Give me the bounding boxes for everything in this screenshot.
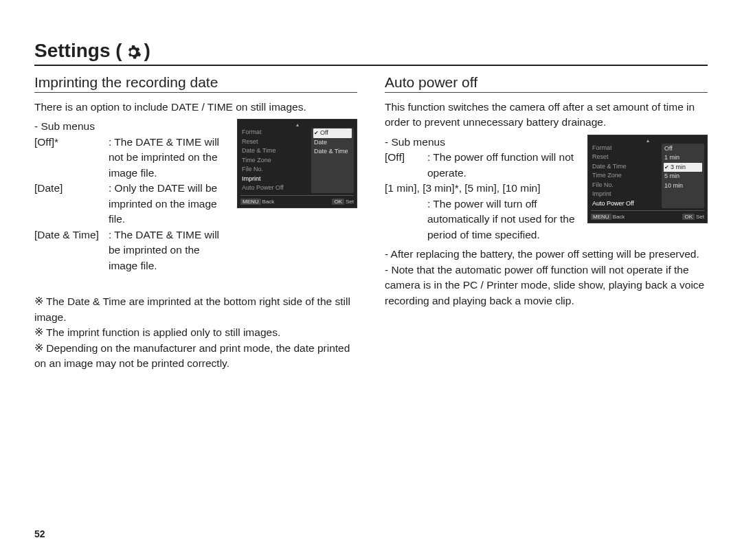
option: 5 min [664,172,702,181]
right-column: Auto power off This function switches th… [385,74,708,372]
menu-item: File No. [240,165,308,175]
menu-item: Date & Time [591,162,659,172]
page-title: Settings ( ) [34,40,708,62]
note: - After replacing the battery, the power… [385,247,708,262]
option-selected: Off [313,128,352,138]
term: [Off] [385,150,427,181]
back-label: MENUBack [240,198,274,206]
menu-item: Imprint [591,190,659,199]
menu-item: Format [240,128,308,137]
menu-tag: MENU [240,199,261,205]
ok-tag: OK [332,199,344,205]
list-item: [Off] : The power off function will not … [385,150,581,181]
menu-item-selected: Auto Power Off [591,199,659,209]
options-panel: Off Date Date & Time [311,128,354,193]
chevron-up-icon: ▴ [240,122,354,128]
note: - Note that the automatic power off func… [385,262,708,309]
menu-item: Auto Power Off [240,183,308,193]
right-body: This function switches the camera off af… [385,100,708,309]
ok-tag: OK [682,214,695,220]
back-label: MENUBack [591,213,625,221]
menu-item: Date & Time [240,146,308,156]
reference-mark-icon: ※ [34,295,43,307]
right-heading-rule [385,92,708,93]
right-heading: Auto power off [385,74,708,91]
menu-item: File No. [591,181,659,190]
term: [Date & Time] [34,227,109,273]
page-number: 52 [34,528,45,539]
title-divider [34,65,708,66]
imprint-menu-screenshot: ▴ Format Reset Date & Time Time Zone Fil… [237,119,357,208]
autopower-menu-screenshot: ▴ Format Reset Date & Time Time Zone Fil… [587,135,708,224]
page-title-text: Settings ( [34,40,122,62]
option: Off [664,144,702,154]
reference-mark-icon: ※ [34,326,43,338]
definition: : The power will turn off automatically … [385,197,581,243]
left-heading: Imprinting the recording date [34,74,357,91]
definition: : The DATE & TIME will be imprinted on t… [109,227,230,273]
gear-icon [125,40,142,62]
set-label: OKSet [332,198,354,206]
list-item: [Date & Time] : The DATE & TIME will be … [34,227,230,273]
option: Date [313,138,352,148]
option: Date & Time [313,147,352,157]
menu-item-selected: Imprint [240,175,308,184]
menu-item: Format [591,144,659,153]
options-panel: Off 1 min 3 min 5 min 10 min [662,144,704,209]
option: 1 min [664,153,702,163]
menu-item: Reset [240,137,308,147]
left-column: Imprinting the recording date There is a… [34,74,357,372]
submenus-label: - Sub menus [385,135,581,150]
left-intro: There is an option to include DATE / TIM… [34,100,357,115]
left-heading-rule [34,92,357,93]
left-body: There is an option to include DATE / TIM… [34,100,357,372]
note: ※ Depending on the manufacturer and prin… [34,341,357,372]
page-title-close: ) [144,40,150,62]
list-item: [Date] : Only the DATE will be imprinted… [34,181,230,227]
term: [Date] [34,181,109,227]
definition: : Only the DATE will be imprinted on the… [109,181,230,227]
reference-mark-icon: ※ [34,342,43,354]
right-intro: This function switches the camera off af… [385,100,708,131]
list-item: [Off]* : The DATE & TIME will not be imp… [34,135,230,181]
note: ※ The Date & Time are imprinted at the b… [34,294,357,325]
option: 10 min [664,181,702,191]
right-submenus: - Sub menus [Off] : The power off functi… [385,135,581,243]
left-submenus: - Sub menus [Off]* : The DATE & TIME wil… [34,119,230,273]
menu-item: Time Zone [591,171,659,181]
note: ※ The imprint function is applied only t… [34,325,357,340]
chevron-up-icon: ▴ [591,138,704,144]
term: [Off]* [34,135,109,181]
definition: : The DATE & TIME will not be imprinted … [109,135,230,181]
definition: : The power off function will not operat… [427,150,581,181]
option-selected: 3 min [664,163,702,172]
menu-item: Reset [591,153,659,162]
list-item: [1 min], [3 min]*, [5 min], [10 min] : T… [385,181,581,243]
set-label: OKSet [682,213,704,221]
menu-tag: MENU [591,214,611,220]
submenus-label: - Sub menus [34,119,230,134]
menu-item: Time Zone [240,156,308,166]
term: [1 min], [3 min]*, [5 min], [10 min] [385,181,581,196]
